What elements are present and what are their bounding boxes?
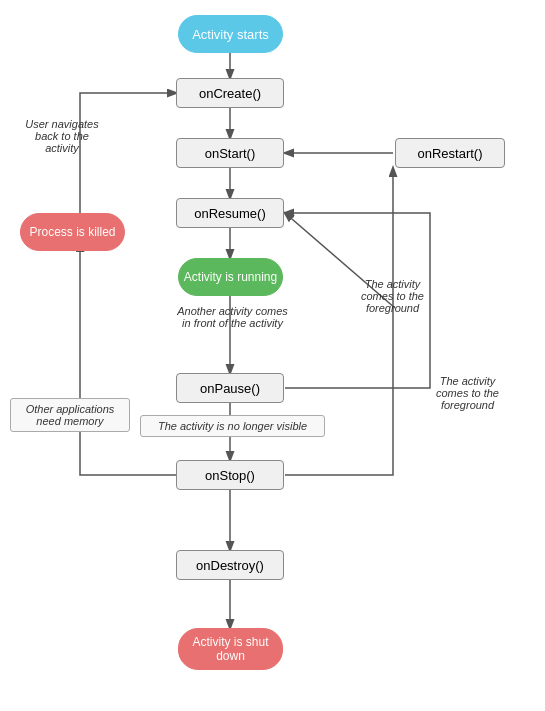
onrestart-node: onRestart() — [395, 138, 505, 168]
no-longer-visible-label: The activity is no longer visible — [140, 415, 325, 437]
onresume-node: onResume() — [176, 198, 284, 228]
activity-foreground2-label: The activity comes to the foreground — [415, 375, 520, 411]
other-apps-label: Other applications need memory — [10, 398, 130, 432]
activity-foreground1-label: The activity comes to the foreground — [340, 278, 445, 314]
onpause-node: onPause() — [176, 373, 284, 403]
diagram: Activity starts onCreate() onStart() onR… — [0, 0, 545, 711]
process-killed-node: Process is killed — [20, 213, 125, 251]
oncreate-node: onCreate() — [176, 78, 284, 108]
activity-starts-node: Activity starts — [178, 15, 283, 53]
activity-running-node: Activity is running — [178, 258, 283, 296]
another-activity-label: Another activity comes in front of the a… — [160, 305, 305, 329]
ondestroy-node: onDestroy() — [176, 550, 284, 580]
onstart-node: onStart() — [176, 138, 284, 168]
activity-shutdown-node: Activity is shut down — [178, 628, 283, 670]
user-navigates-label: User navigates back to the activity — [12, 118, 112, 154]
onstop-node: onStop() — [176, 460, 284, 490]
